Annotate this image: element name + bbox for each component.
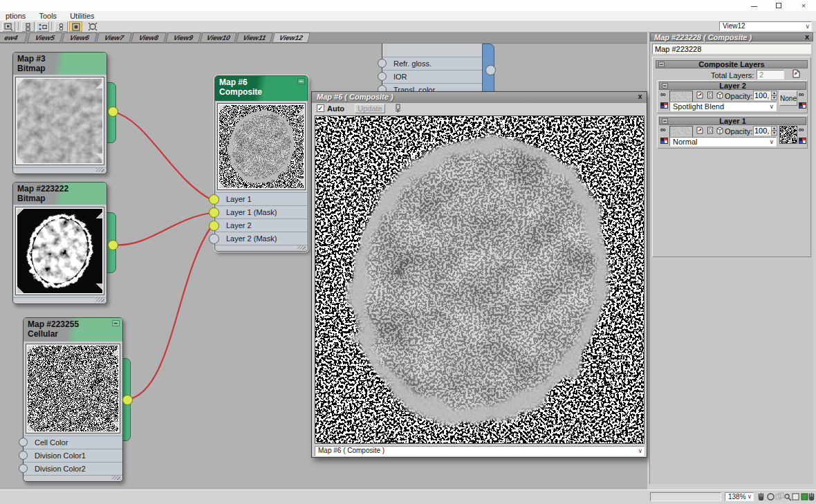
menu-tools[interactable]: Tools bbox=[33, 11, 62, 21]
connector-socket[interactable] bbox=[378, 72, 387, 81]
pin-stack-icon[interactable] bbox=[393, 104, 403, 113]
spinner-down-icon[interactable]: ▾ bbox=[771, 95, 777, 100]
node-resize-grip[interactable] bbox=[297, 245, 306, 250]
blend-mode-dropdown[interactable]: Normal ∨ bbox=[669, 137, 777, 147]
node-input-slot[interactable]: Layer 2 bbox=[215, 218, 308, 232]
tab-view9[interactable]: View9 bbox=[165, 32, 201, 43]
map223255-node-header[interactable]: Map #223255 Cellular − bbox=[24, 318, 122, 342]
mask-visibility-toggle[interactable]: ∞ bbox=[799, 90, 804, 98]
pan-tool-icon[interactable] bbox=[806, 492, 816, 502]
tab-view4[interactable]: ew4 bbox=[0, 32, 28, 43]
node-input-slot[interactable]: Division Color2 bbox=[24, 462, 122, 475]
connector-socket[interactable] bbox=[209, 194, 219, 205]
layer2-header[interactable]: − Layer 2 bbox=[659, 82, 806, 90]
layer-visibility-toggle[interactable]: ∞ bbox=[660, 125, 665, 133]
close-icon[interactable]: x bbox=[636, 93, 645, 101]
collapse-layer-icon[interactable]: − bbox=[662, 118, 668, 124]
mask-color-correct-icon[interactable] bbox=[799, 138, 806, 144]
spinner-down-icon[interactable]: ▾ bbox=[771, 131, 777, 136]
hide-unused-nodeslots-icon[interactable] bbox=[55, 21, 68, 32]
connection-wire[interactable] bbox=[113, 111, 212, 200]
maximize-icon[interactable] bbox=[772, 2, 786, 10]
map223222-output-socket[interactable] bbox=[108, 240, 118, 250]
map6-node-header[interactable]: Map #6 Composite − bbox=[215, 76, 308, 101]
spinner-up-icon[interactable]: ▴ bbox=[771, 91, 777, 95]
layer-visibility-toggle[interactable]: ∞ bbox=[660, 90, 665, 98]
connector-socket[interactable] bbox=[378, 59, 387, 68]
layer1-header[interactable]: − Layer 1 bbox=[659, 117, 806, 125]
collapse-rollout-icon[interactable]: − bbox=[658, 62, 665, 67]
connector-socket[interactable] bbox=[209, 234, 219, 244]
total-layers-input[interactable] bbox=[757, 70, 784, 80]
map3-node-header[interactable]: Map #3 Bitmap bbox=[13, 53, 106, 75]
layer-mask-button[interactable]: None bbox=[779, 91, 797, 106]
node-input-slot[interactable]: Division Color1 bbox=[24, 449, 122, 462]
menu-utilities[interactable]: Utilities bbox=[64, 11, 100, 21]
tab-view11[interactable]: View11 bbox=[236, 32, 273, 43]
layout-children-icon[interactable] bbox=[36, 21, 49, 32]
duplicate-layer-icon[interactable] bbox=[706, 126, 714, 135]
delete-layer-icon[interactable] bbox=[716, 126, 724, 135]
show-shaded-material-icon[interactable] bbox=[69, 21, 82, 32]
tab-view7[interactable]: View7 bbox=[96, 32, 132, 43]
tab-view10[interactable]: View10 bbox=[200, 32, 237, 43]
node-resize-grip[interactable] bbox=[112, 476, 120, 480]
opacity-input[interactable] bbox=[753, 91, 771, 100]
close-icon[interactable]: × bbox=[797, 2, 810, 10]
opacity-spinner[interactable]: ▴ ▾ bbox=[771, 126, 777, 135]
tab-view5[interactable]: View5 bbox=[27, 32, 63, 43]
tab-view6[interactable]: View6 bbox=[62, 32, 98, 43]
tab-view8[interactable]: View8 bbox=[131, 32, 167, 43]
opacity-input[interactable] bbox=[753, 126, 771, 136]
map6-node[interactable]: Map #6 Composite − Layer 1 Layer 1 (Mask… bbox=[214, 75, 308, 252]
connector-socket[interactable] bbox=[209, 207, 219, 218]
preview-map-dropdown[interactable]: Map #6 ( Composite ) ∨ bbox=[315, 446, 645, 456]
auto-checkbox[interactable]: ✓ bbox=[317, 104, 324, 112]
node-input-slot[interactable]: Layer 1 (Mask) bbox=[215, 205, 308, 218]
rename-layer-icon[interactable] bbox=[696, 91, 704, 100]
mask-visibility-toggle[interactable]: ∞ bbox=[799, 125, 804, 133]
connection-wire[interactable] bbox=[113, 213, 212, 245]
mask-color-correct-icon[interactable] bbox=[799, 102, 806, 109]
layout-all-vertical-icon[interactable] bbox=[21, 21, 35, 32]
map6-preview-window[interactable]: Map #6 ( Composite ) x ✓ Auto Update Map… bbox=[311, 91, 647, 458]
map223222-node-header[interactable]: Map #223222 Bitmap bbox=[13, 183, 106, 205]
connection-wire[interactable] bbox=[127, 226, 212, 400]
menu-options[interactable]: ptions bbox=[0, 11, 31, 21]
rename-layer-icon[interactable] bbox=[696, 126, 704, 135]
node-input-slot[interactable]: Layer 2 (Mask) bbox=[215, 232, 308, 245]
node-resize-grip[interactable] bbox=[96, 168, 104, 172]
map3-node[interactable]: Map #3 Bitmap bbox=[12, 52, 107, 174]
connector-socket[interactable] bbox=[19, 451, 28, 460]
node-input-slot[interactable]: Layer 1 bbox=[215, 192, 308, 205]
layer-color-correct-icon[interactable] bbox=[660, 102, 668, 109]
collapse-node-icon[interactable]: − bbox=[297, 78, 305, 84]
minimize-icon[interactable] bbox=[747, 2, 761, 10]
update-button[interactable]: Update bbox=[355, 104, 385, 113]
add-layer-icon[interactable] bbox=[791, 68, 801, 79]
map223255-node[interactable]: Map #223255 Cellular − Cell Color Divisi… bbox=[23, 317, 123, 482]
panel-titlebar[interactable]: Map #223228 ( Composite ) x bbox=[650, 32, 813, 41]
connector-socket[interactable] bbox=[19, 464, 28, 473]
preview-window-titlebar[interactable]: Map #6 ( Composite ) x bbox=[312, 92, 647, 103]
connector-socket[interactable] bbox=[19, 438, 28, 447]
select-tool-icon[interactable] bbox=[2, 21, 15, 32]
pan-view-icon[interactable] bbox=[756, 492, 766, 502]
view-selector-dropdown[interactable]: View12 ∨ bbox=[719, 21, 812, 31]
opacity-spinner[interactable]: ▴ ▾ bbox=[771, 91, 777, 100]
node-input-slot[interactable]: Refr. gloss. bbox=[382, 57, 483, 70]
map223222-node[interactable]: Map #223222 Bitmap bbox=[12, 182, 107, 304]
layer-color-correct-icon[interactable] bbox=[660, 138, 668, 144]
node-resize-grip[interactable] bbox=[96, 298, 104, 302]
composite-layers-rollout-header[interactable]: − Composite Layers bbox=[656, 60, 808, 68]
map3-output-socket[interactable] bbox=[108, 106, 118, 117]
material-id-channel-icon[interactable] bbox=[86, 21, 99, 32]
close-icon[interactable]: x bbox=[803, 33, 811, 41]
tab-view12-active[interactable]: View12 bbox=[272, 32, 310, 43]
material-output-socket[interactable] bbox=[485, 65, 496, 75]
node-input-slot[interactable]: IOR bbox=[382, 70, 483, 83]
collapse-layer-icon[interactable]: − bbox=[662, 83, 668, 88]
connector-socket[interactable] bbox=[209, 221, 219, 231]
layer-mask-thumbnail[interactable] bbox=[779, 126, 797, 144]
zoom-percent-dropdown[interactable]: 138% ∨ bbox=[725, 492, 754, 501]
